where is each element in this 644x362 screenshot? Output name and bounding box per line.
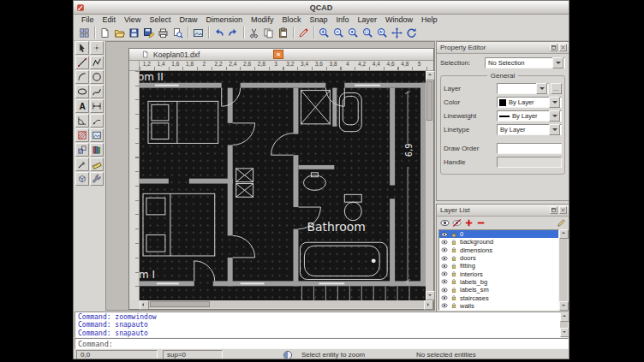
hatch-tool[interactable] — [75, 128, 89, 142]
add-layer-button[interactable] — [462, 217, 474, 228]
circle-tool[interactable] — [90, 70, 104, 84]
menu-item[interactable]: Dimension — [201, 15, 247, 24]
layer-lock-icon[interactable] — [450, 294, 457, 301]
layer-lock-icon[interactable] — [450, 270, 457, 277]
modify-tool[interactable] — [75, 157, 89, 171]
document-close-button[interactable]: × — [273, 50, 283, 59]
polyline-tool[interactable] — [90, 56, 104, 69]
redraw-button[interactable] — [404, 26, 419, 40]
zoom-in-button[interactable] — [317, 26, 331, 40]
drawing-canvas[interactable]: om II Bathroom m I 6,9 — [140, 71, 426, 300]
layer-lock-icon[interactable] — [450, 231, 457, 238]
new-document-button[interactable] — [98, 26, 112, 40]
layer-visible-icon[interactable] — [441, 231, 448, 238]
layer-row[interactable]: fitting — [439, 262, 558, 270]
arc-tool[interactable] — [75, 70, 89, 84]
layer-lock-icon[interactable] — [450, 287, 457, 294]
layer-row[interactable]: interiors — [439, 270, 558, 277]
scroll-down-arrow[interactable] — [426, 291, 435, 300]
selection-combo[interactable]: No Selection — [485, 57, 565, 68]
menu-item[interactable]: Snap — [305, 15, 331, 24]
scroll-left-arrow[interactable] — [140, 300, 149, 310]
layer-visible-icon[interactable] — [441, 263, 448, 270]
scroll-right-arrow[interactable] — [424, 300, 433, 310]
layer-lock-icon[interactable] — [450, 255, 457, 262]
open-document-button[interactable] — [112, 26, 127, 40]
layer-list-header[interactable]: Layer List — [437, 205, 569, 217]
layer-row[interactable]: labels_bg — [439, 278, 558, 286]
select-tool[interactable] — [75, 41, 89, 55]
command-history[interactable]: Command: zoomwindowCommand: snapautoComm… — [75, 312, 569, 338]
hide-all-layers-button[interactable] — [450, 217, 462, 228]
layer-row[interactable]: windows — [439, 310, 558, 311]
dimension-angular-tool[interactable] — [75, 114, 89, 128]
zoom-window-button[interactable] — [361, 26, 375, 40]
zoom-previous-button[interactable] — [375, 26, 390, 40]
menu-item[interactable]: Draw — [175, 15, 201, 24]
layer-options-button[interactable]: … — [551, 83, 562, 94]
layer-visible-icon[interactable] — [441, 287, 448, 294]
layer-row[interactable]: walls — [439, 302, 558, 310]
menu-item[interactable]: Edit — [98, 15, 121, 24]
layer-visible-icon[interactable] — [441, 239, 448, 246]
remove-layer-button[interactable] — [474, 217, 486, 228]
zoom-pan-button[interactable] — [390, 26, 404, 40]
canvas-horizontal-scrollbar[interactable] — [140, 300, 433, 308]
layer-visible-icon[interactable] — [441, 278, 448, 285]
wrench-tool[interactable] — [90, 172, 104, 186]
canvas-vertical-scrollbar[interactable] — [426, 71, 433, 300]
scroll-down-arrow[interactable] — [560, 328, 569, 337]
layer-row[interactable]: dimensions — [439, 246, 558, 254]
history-scrollbar[interactable] — [560, 312, 568, 337]
draw-order-field[interactable] — [497, 143, 562, 154]
titlebar[interactable]: QCAD — [74, 1, 569, 15]
print-preview-button[interactable] — [170, 26, 185, 40]
menu-item[interactable]: Modify — [247, 15, 278, 24]
layer-row[interactable]: doors — [439, 254, 558, 262]
spline-tool[interactable] — [90, 85, 104, 98]
solid-box-tool[interactable] — [75, 172, 89, 186]
property-editor-header[interactable]: Property Editor — [437, 42, 569, 54]
layer-row[interactable]: labels_sm — [439, 286, 558, 294]
scroll-up-arrow[interactable] — [560, 312, 569, 322]
close-panel-button[interactable] — [559, 206, 567, 214]
float-panel-button[interactable] — [550, 44, 558, 51]
layer-list-scrollbar[interactable] — [559, 229, 567, 311]
print-button[interactable] — [156, 26, 170, 40]
scroll-up-arrow[interactable] — [559, 229, 569, 239]
layer-combo[interactable] — [497, 83, 549, 94]
menu-item[interactable]: Window — [381, 15, 417, 24]
layer-lock-icon[interactable] — [450, 263, 457, 270]
menu-item[interactable]: Select — [145, 15, 175, 24]
layer-visible-icon[interactable] — [441, 294, 448, 301]
menu-item[interactable]: Info — [332, 15, 354, 24]
color-combo[interactable]: By Layer — [497, 97, 562, 108]
layer-row[interactable]: 0 — [439, 230, 558, 238]
ellipse-tool[interactable] — [75, 85, 89, 98]
layer-lock-icon[interactable] — [450, 239, 457, 246]
edit-layer-button[interactable] — [555, 217, 567, 228]
menu-item[interactable]: File — [77, 15, 98, 24]
measure-tool[interactable] — [90, 157, 104, 171]
vertical-scroll-thumb[interactable] — [426, 81, 432, 121]
layer-visible-icon[interactable] — [441, 270, 448, 277]
show-all-layers-button[interactable] — [438, 217, 450, 228]
layer-row[interactable]: staircases — [439, 294, 558, 301]
menu-item[interactable]: View — [120, 15, 145, 24]
auto-zoom-button[interactable] — [346, 26, 361, 40]
horizontal-scroll-thumb[interactable] — [150, 301, 210, 307]
command-input[interactable]: Command: — [75, 338, 569, 349]
point-tool[interactable] — [90, 41, 104, 55]
menu-item[interactable]: Block — [277, 15, 305, 24]
image-tool[interactable] — [90, 128, 104, 142]
undo-button[interactable] — [212, 26, 226, 40]
layer-row[interactable]: background — [439, 238, 558, 246]
scroll-down-arrow[interactable] — [559, 301, 569, 311]
layer-visible-icon[interactable] — [441, 246, 448, 253]
block-tool[interactable] — [75, 143, 89, 157]
zoom-out-button[interactable] — [331, 26, 346, 40]
menu-item[interactable]: Help — [417, 15, 442, 24]
leader-tool[interactable] — [90, 114, 104, 128]
cut-button[interactable] — [247, 26, 261, 40]
text-tool[interactable]: A — [75, 99, 89, 113]
